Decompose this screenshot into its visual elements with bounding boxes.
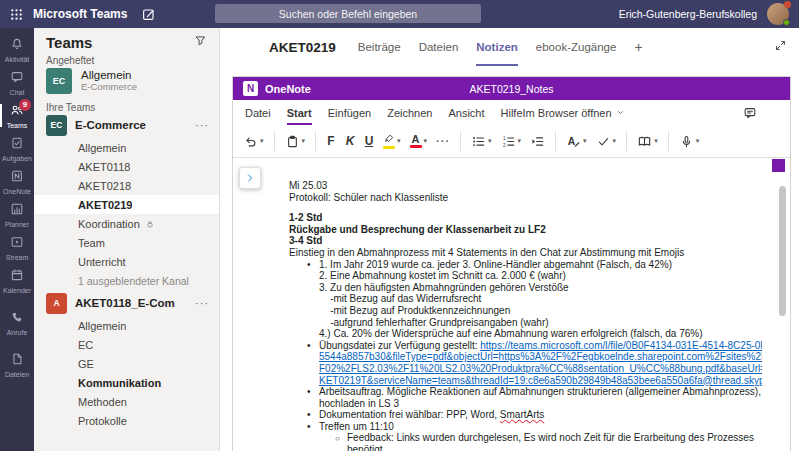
note-paragraph: Protokoll: Schüler nach Klassenliste [289, 192, 762, 204]
rail-item-chat[interactable]: Chat [0, 66, 34, 99]
tab-dateien[interactable]: Dateien [419, 28, 459, 66]
menu-datei[interactable]: Datei [245, 100, 271, 125]
compose-icon[interactable] [141, 7, 156, 22]
ribbon-underline-button[interactable]: U [364, 134, 374, 148]
channel-item-1-ausgeblendeter-kanal[interactable]: 1 ausgeblendeter Kanal [34, 271, 219, 290]
ribbon-dictate-button[interactable]: ▾ [679, 134, 700, 149]
sidebar-title: Teams [46, 34, 92, 51]
ribbon-more-formatting-button[interactable]: ··· [436, 135, 450, 147]
filter-icon[interactable] [194, 33, 207, 51]
team-item-aket0118-e-com[interactable]: AAKET0118_E-Com··· [34, 290, 219, 316]
ribbon-bold-button[interactable]: F [326, 134, 336, 148]
note-bullet: •Übungsdatei zur Verfügung gestellt: htt… [307, 340, 762, 352]
bold-icon: F [326, 134, 336, 148]
tag-icon [596, 134, 611, 149]
rail-item-anrufe[interactable]: Anrufe [0, 306, 34, 339]
more-options-icon[interactable]: ··· [195, 297, 209, 309]
rail-item-teams[interactable]: 9Teams [0, 99, 34, 132]
menu-start[interactable]: Start [287, 100, 312, 125]
ribbon-font-color-button[interactable]: A▾ [410, 134, 428, 148]
ribbon-indent-button[interactable] [530, 134, 545, 149]
channel-item-allgemein[interactable]: Allgemein [34, 138, 219, 157]
bullet-icon: • [307, 386, 319, 409]
tab-notizen[interactable]: Notizen [476, 28, 518, 66]
rail-item-aktivit-t[interactable]: Aktivität [0, 33, 34, 66]
rail-item-aufgaben[interactable]: Aufgaben [0, 132, 34, 165]
ribbon-bullets-button[interactable]: ▾ [471, 134, 492, 149]
note-subbullet: ○Feedback: Links wurden durchgelesen, Es… [335, 432, 762, 451]
divider [668, 131, 669, 151]
channel-item-allgemein[interactable]: Allgemein [34, 316, 219, 335]
file-link[interactable]: F02%2FLS2.03%2F11%20LS2.03%20Produktpra%… [319, 363, 762, 374]
tab-ebook-zug-nge[interactable]: ebook-Zugänge [536, 28, 617, 66]
ribbon-tag-button[interactable]: ▾ [596, 134, 617, 149]
onenote-titlebar: N OneNote AKET0219_Notes [233, 77, 790, 100]
channel-item-ge[interactable]: GE [34, 354, 219, 373]
comments-icon[interactable] [743, 106, 757, 120]
channel-item-ec[interactable]: EC [34, 335, 219, 354]
note-spacer [289, 203, 762, 212]
planner-icon [10, 202, 24, 220]
divider [460, 131, 461, 151]
channel-item-aket0118[interactable]: AKET0118 [34, 157, 219, 176]
ribbon-paste-button[interactable]: ▾ [285, 134, 306, 149]
ribbon-numbering-button[interactable]: 12▾ [501, 134, 522, 149]
rail-item-stream[interactable]: Stream [0, 231, 34, 264]
sidebar-header: Teams [34, 28, 219, 50]
note-bullet: •1. Im Jahr 2019 wurde ca. jeder 3. Onli… [307, 259, 762, 340]
pane-toggle-button[interactable] [772, 159, 785, 172]
rail-item-onenote[interactable]: OneNote [0, 165, 34, 198]
channel-item-methoden[interactable]: Methoden [34, 392, 219, 411]
channel-name: Methoden [78, 396, 127, 408]
rail-item-dateien[interactable]: Dateien [0, 348, 34, 381]
misspelled-word: SmartArts [500, 409, 544, 420]
file-link[interactable]: 5544a8857b30&fileType=pdf&objectUrl=http… [319, 351, 762, 362]
chat-icon [10, 70, 24, 88]
rail-item-kalender[interactable]: Kalender [0, 264, 34, 297]
channel-item-kommunikation[interactable]: Kommunikation [34, 373, 219, 392]
note-content[interactable]: Mi 25.03Protokoll: Schüler nach Klassenl… [289, 180, 762, 451]
note-link-line: 5544a8857b30&fileType=pdf&objectUrl=http… [319, 351, 762, 363]
ribbon-italic-button[interactable]: K [345, 134, 355, 148]
menu-zeichnen[interactable]: Zeichnen [387, 100, 432, 125]
ribbon-immersive-reader-button[interactable]: ▾ [637, 134, 658, 149]
scrollbar-thumb[interactable] [779, 186, 786, 316]
chevron-down-icon: ▾ [488, 137, 492, 145]
bullet-icon: • [307, 340, 319, 352]
chevron-down-icon: ▾ [613, 137, 617, 145]
channel-item-aket0219[interactable]: AKET0219 [34, 195, 219, 214]
chevron-down-icon: ▾ [696, 137, 700, 145]
tab-beitr-ge[interactable]: Beiträge [358, 28, 401, 66]
team-item-e-commerce[interactable]: ECE-Commerce··· [34, 112, 219, 138]
pinned-channel[interactable]: EC Allgemein E-Commerce [34, 65, 219, 97]
rail-item-label: OneNote [3, 188, 31, 195]
user-avatar[interactable] [767, 3, 789, 25]
ribbon-text-highlight-button[interactable]: ▾ [383, 133, 401, 149]
channel-item-unterricht[interactable]: Unterricht [34, 252, 219, 271]
nav-pane-toggle[interactable] [239, 167, 261, 189]
scrollbar[interactable] [779, 178, 786, 449]
channel-item-team[interactable]: Team [34, 233, 219, 252]
file-link[interactable]: KET0219T&serviceName=teams&threadId=19:c… [319, 375, 762, 386]
more-options-icon[interactable]: ··· [195, 119, 209, 131]
rail-item-planner[interactable]: Planner [0, 198, 34, 231]
waffle-icon[interactable] [9, 7, 24, 22]
file-link[interactable]: https://teams.microsoft.com/l/file/0B0F4… [480, 340, 762, 351]
ribbon-undo-button[interactable]: ▾ [243, 134, 264, 149]
add-tab-button[interactable]: + [634, 28, 642, 66]
italic-icon: K [345, 134, 355, 148]
menu-hilfe[interactable]: Hilfe [501, 100, 523, 125]
channel-item-koordination[interactable]: Koordination [34, 214, 219, 233]
ribbon-styles-button[interactable]: A▾ [566, 134, 587, 149]
search-input[interactable] [215, 4, 481, 23]
open-in-browser-button[interactable]: Im Browser öffnen [523, 107, 625, 119]
channel-item-aket0218[interactable]: AKET0218 [34, 176, 219, 195]
channel-item-protokolle[interactable]: Protokolle [34, 411, 219, 430]
teams-sidebar: Teams Angeheftet EC Allgemein E-Commerce… [34, 28, 220, 451]
sub-bullet-icon: ○ [335, 432, 347, 451]
menu-einf-gen[interactable]: Einfügen [328, 100, 371, 125]
channel-name: Kommunikation [78, 377, 161, 389]
menu-ansicht[interactable]: Ansicht [448, 100, 484, 125]
expand-tab-icon[interactable] [774, 38, 787, 56]
your-teams-label: Ihre Teams [34, 97, 219, 112]
